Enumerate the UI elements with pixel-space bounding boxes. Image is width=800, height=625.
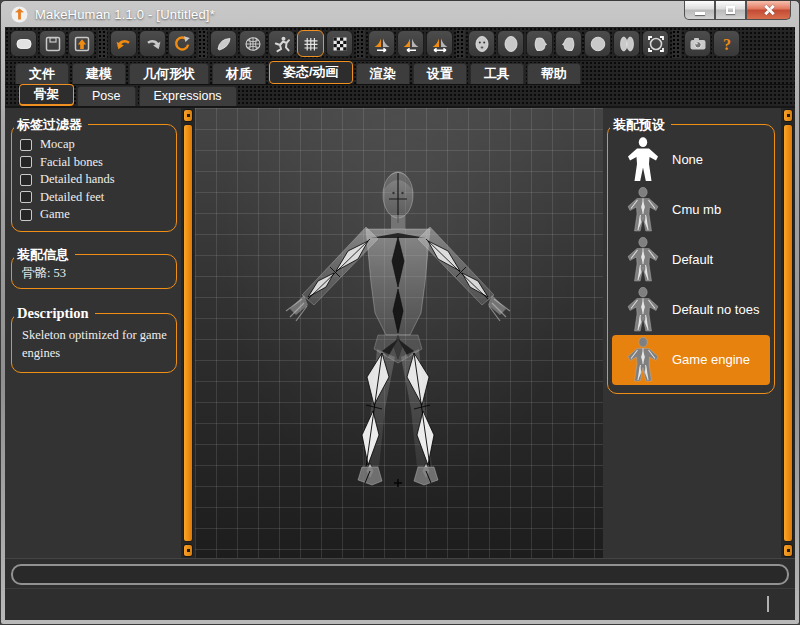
checkbox-mocap[interactable]: Mocap (20, 136, 170, 154)
scrollbar-thumb[interactable] (783, 124, 793, 542)
wireframe-button[interactable] (239, 30, 266, 57)
preset-game-engine[interactable]: Game engine (612, 335, 770, 385)
background-button[interactable] (326, 30, 353, 57)
head-left-icon (530, 34, 550, 54)
menu-tab-settings[interactable]: 设置 (413, 63, 467, 84)
sub-tab-pose[interactable]: Pose (77, 86, 136, 106)
reload-icon (172, 34, 192, 54)
progress-row (5, 558, 795, 588)
svg-text:?: ? (723, 35, 731, 52)
rig-presets-group: 装配预设 NoneCmu mbDefaultDefault no toesGam… (607, 124, 775, 394)
preset-label: Default (672, 252, 713, 268)
load-button[interactable] (68, 30, 95, 57)
head-halves-button[interactable] (613, 30, 640, 57)
description-title: Description (14, 305, 95, 322)
status-bar (5, 588, 795, 620)
checkbox-icon (20, 191, 32, 203)
save-icon (43, 34, 63, 54)
checkbox-label: Detailed feet (40, 190, 104, 205)
checkbox-icon (20, 156, 32, 168)
symmetry-left-button[interactable] (397, 30, 424, 57)
right-panel: 装配预设 NoneCmu mbDefaultDefault no toesGam… (603, 108, 781, 558)
progress-bar (11, 564, 789, 585)
menu-tab-rendering[interactable]: 渲染 (356, 63, 410, 84)
minimize-icon (695, 12, 705, 15)
menu-tab-pose-animate[interactable]: 姿态/动画 (269, 61, 353, 84)
symmetry-right-button[interactable] (368, 30, 395, 57)
sub-tab-skeleton[interactable]: 骨架 (19, 84, 74, 106)
menu-tab-materials[interactable]: 材质 (212, 63, 266, 84)
description-text: Skeleton optimized for game engines (22, 326, 168, 362)
main-toolbar: ? (5, 27, 795, 61)
symmetry-button[interactable] (426, 30, 453, 57)
head-left-button[interactable] (526, 30, 553, 57)
checkbox-detailed-feet[interactable]: Detailed feet (20, 189, 170, 207)
sub-tab-expressions[interactable]: Expressions (139, 86, 237, 106)
preset-none[interactable]: None (612, 135, 770, 185)
undo-button[interactable] (110, 30, 137, 57)
toolbar-separator (98, 30, 107, 58)
scroll-down-button[interactable] (183, 544, 193, 557)
window-title: MakeHuman 1.1.0 - [Untitled]* (35, 7, 215, 22)
menu-tab-modelling[interactable]: 建模 (72, 63, 126, 84)
head-right-button[interactable] (555, 30, 582, 57)
redo-button[interactable] (139, 30, 166, 57)
right-panel-scrollbar[interactable] (781, 108, 795, 558)
smooth-icon (214, 34, 234, 54)
menu-tab-file[interactable]: 文件 (15, 63, 69, 84)
reload-button[interactable] (168, 30, 195, 57)
scroll-down-button[interactable] (783, 544, 793, 557)
focus-button[interactable] (642, 30, 669, 57)
minimize-button[interactable] (684, 1, 715, 20)
face-front-button[interactable] (468, 30, 495, 57)
camera-button[interactable] (684, 30, 711, 57)
head-halves-icon (617, 34, 637, 54)
viewport-3d[interactable] (195, 108, 603, 558)
checkbox-game[interactable]: Game (20, 206, 170, 224)
preset-default[interactable]: Default (612, 235, 770, 285)
makehuman-window: MakeHuman 1.1.0 - [Untitled]* ? 文件建模几何形状… (0, 0, 800, 625)
menu-tab-geometries[interactable]: 几何形状 (129, 63, 209, 84)
menu-tab-bar: 文件建模几何形状材质姿态/动画渲染设置工具帮助 (5, 61, 795, 85)
toolbar-separator (356, 30, 365, 58)
checkbox-detailed-hands[interactable]: Detailed hands (20, 171, 170, 189)
left-panel-scrollbar[interactable] (181, 108, 195, 558)
symmetry-right-icon (372, 34, 392, 54)
checkbox-facial-bones[interactable]: Facial bones (20, 154, 170, 172)
close-button[interactable] (746, 1, 791, 20)
checkbox-icon (20, 174, 32, 186)
checkbox-icon (20, 139, 32, 151)
white-silhouette-icon (624, 137, 662, 183)
preset-label: None (672, 152, 703, 168)
left-panel: 标签过滤器 MocapFacial bonesDetailed handsDet… (5, 108, 181, 558)
help-button[interactable]: ? (713, 30, 740, 57)
title-bar[interactable]: MakeHuman 1.1.0 - [Untitled]* (1, 1, 799, 27)
new-icon (14, 34, 34, 54)
menu-tab-help[interactable]: 帮助 (527, 63, 581, 84)
checkbox-label: Detailed hands (40, 172, 115, 187)
symmetry-icon (430, 34, 450, 54)
scrollbar-thumb[interactable] (183, 124, 193, 542)
description-group: Description Skeleton optimized for game … (11, 313, 177, 373)
smooth-button[interactable] (210, 30, 237, 57)
status-caret (767, 596, 769, 612)
preset-cmu-mb[interactable]: Cmu mb (612, 185, 770, 235)
toolbar-separator (456, 30, 465, 58)
maximize-button[interactable] (715, 1, 746, 20)
rig-info-title: 装配信息 (14, 246, 75, 264)
menu-tab-utilities[interactable]: 工具 (470, 63, 524, 84)
checkbox-icon (20, 209, 32, 221)
head-right-icon (559, 34, 579, 54)
pose-button[interactable] (268, 30, 295, 57)
grid-button[interactable] (297, 30, 324, 57)
symmetry-left-icon (401, 34, 421, 54)
save-button[interactable] (39, 30, 66, 57)
new-button[interactable] (10, 30, 37, 57)
grid-icon (301, 34, 321, 54)
preset-default-no-toes[interactable]: Default no toes (612, 285, 770, 335)
head-back-button[interactable] (584, 30, 611, 57)
background-icon (330, 34, 350, 54)
head-top-button[interactable] (497, 30, 524, 57)
scroll-up-button[interactable] (183, 109, 193, 122)
scroll-up-button[interactable] (783, 109, 793, 122)
